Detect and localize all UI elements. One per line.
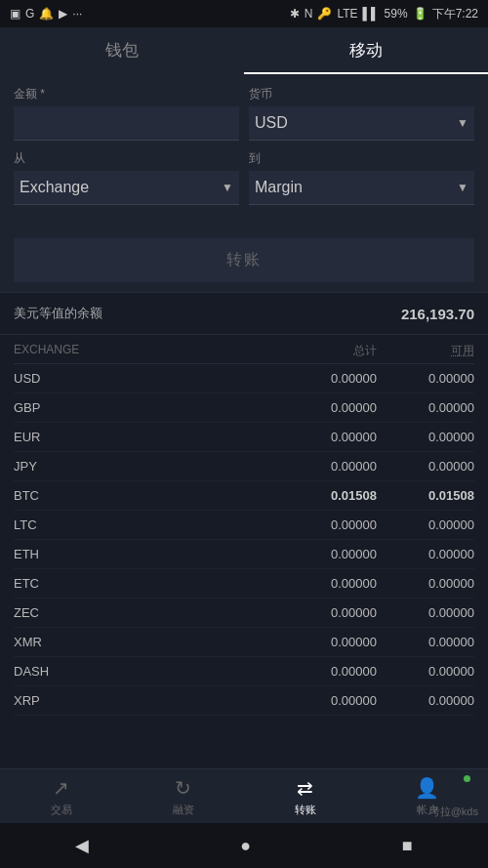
icon-menu: ▣: [10, 7, 20, 21]
transfer-button[interactable]: 转账: [14, 238, 474, 282]
coin-total: 0.00000: [269, 400, 377, 415]
back-button[interactable]: ◀: [75, 835, 89, 856]
status-bar: ▣ G 🔔 ▶ ··· ✱ N 🔑 LTE ▌▌ 59% 🔋 下午7:22: [0, 0, 488, 27]
icon-key: 🔑: [317, 7, 332, 21]
from-select[interactable]: Exchange ▼: [14, 171, 239, 205]
icon-lte: LTE: [337, 7, 357, 21]
clock: 下午7:22: [432, 6, 478, 22]
th-available: 可用: [377, 343, 474, 359]
table-row: LTC 0.00000 0.00000: [14, 511, 474, 540]
coin-name: ETC: [14, 576, 269, 591]
amount-label: 金额 *: [14, 86, 239, 103]
coin-available: 0.00000: [377, 635, 474, 649]
transfer-icon: ⇄: [297, 776, 313, 800]
table-row: BTC 0.01508 0.01508: [14, 481, 474, 511]
coin-name: USD: [14, 371, 269, 386]
th-total: 总计: [269, 343, 377, 359]
to-col: 到 Margin ▼: [249, 150, 474, 205]
amount-input[interactable]: [14, 106, 239, 141]
transfer-btn-row: 转账: [0, 228, 488, 292]
coin-total: 0.00000: [269, 517, 377, 532]
from-value: Exchange: [20, 179, 89, 196]
th-exchange: EXCHANGE: [14, 343, 269, 359]
table-row: DASH 0.00000 0.00000: [14, 657, 474, 686]
table-row: ZEC 0.00000 0.00000: [14, 599, 474, 628]
coin-name: XMR: [14, 635, 269, 649]
coin-available: 0.00000: [377, 605, 474, 620]
coin-available: 0.01508: [377, 488, 474, 503]
coin-available: 0.00000: [377, 693, 474, 708]
table-body: USD 0.00000 0.00000 GBP 0.00000 0.00000 …: [14, 364, 474, 716]
trade-icon: ↗: [53, 776, 69, 800]
coin-available: 0.00000: [377, 371, 474, 386]
account-icon: 👤: [415, 776, 439, 800]
coin-name: EUR: [14, 430, 269, 444]
coin-available: 0.00000: [377, 400, 474, 415]
home-button[interactable]: ●: [240, 836, 251, 856]
icon-play: ▶: [59, 7, 67, 21]
coin-total: 0.00000: [269, 547, 377, 561]
balance-label: 美元等值的余额: [14, 305, 102, 322]
coin-name: BTC: [14, 488, 269, 503]
currency-select[interactable]: USD ▼: [249, 106, 474, 141]
table-row: EUR 0.00000 0.00000: [14, 423, 474, 452]
coin-total: 0.00000: [269, 459, 377, 474]
table-row: ETC 0.00000 0.00000: [14, 569, 474, 599]
table-row: GBP 0.00000 0.00000: [14, 393, 474, 423]
android-nav-bar: ◀ ● ■: [0, 823, 488, 868]
balance-section: 美元等值的余额 216,193.70: [0, 292, 488, 335]
account-dot: [464, 775, 470, 782]
battery-percent: 59%: [385, 7, 408, 21]
coin-total: 0.00000: [269, 371, 377, 386]
form-row-2: 从 Exchange ▼ 到 Margin ▼: [14, 150, 474, 205]
table-row: JPY 0.00000 0.00000: [14, 452, 474, 481]
coin-total: 0.00000: [269, 664, 377, 679]
amount-col: 金额 *: [14, 86, 239, 141]
balance-value: 216,193.70: [401, 306, 474, 322]
coin-name: JPY: [14, 459, 269, 474]
coin-total: 0.00000: [269, 430, 377, 444]
icon-dots: ···: [72, 7, 82, 21]
coin-available: 0.00000: [377, 547, 474, 561]
coin-name: XRP: [14, 693, 269, 708]
coin-available: 0.00000: [377, 430, 474, 444]
funding-icon: ↻: [175, 776, 191, 800]
table-row: XMR 0.00000 0.00000: [14, 628, 474, 657]
icon-bluetooth: ✱: [290, 7, 300, 21]
funding-label: 融资: [173, 803, 194, 817]
coin-total: 0.01508: [269, 488, 377, 503]
transfer-label: 转账: [295, 803, 316, 817]
coin-total: 0.00000: [269, 576, 377, 591]
icon-signal: ▌▌: [363, 7, 380, 21]
table-header: EXCHANGE 总计 可用: [14, 335, 474, 364]
coin-available: 0.00000: [377, 576, 474, 591]
table-row: ETH 0.00000 0.00000: [14, 540, 474, 569]
watermark: 考拉@kds: [429, 805, 478, 819]
table-row: USD 0.00000 0.00000: [14, 364, 474, 393]
coin-name: GBP: [14, 400, 269, 415]
coin-name: LTC: [14, 517, 269, 532]
to-arrow-icon: ▼: [457, 181, 468, 194]
currency-col: 货币 USD ▼: [249, 86, 474, 141]
tab-bar: 钱包 移动: [0, 27, 488, 74]
status-right-icons: ✱ N 🔑 LTE ▌▌ 59% 🔋 下午7:22: [290, 6, 478, 22]
table-row: XRP 0.00000 0.00000: [14, 686, 474, 716]
tab-move[interactable]: 移动: [244, 27, 488, 74]
currency-label: 货币: [249, 86, 474, 103]
nav-item-trade[interactable]: ↗ 交易: [0, 769, 122, 823]
coin-total: 0.00000: [269, 693, 377, 708]
to-select[interactable]: Margin ▼: [249, 171, 474, 205]
bottom-nav: ↗ 交易 ↻ 融资 ⇄ 转账 👤 帐户: [0, 768, 488, 823]
nav-item-transfer[interactable]: ⇄ 转账: [244, 769, 366, 823]
to-label: 到: [249, 150, 474, 167]
tab-wallet[interactable]: 钱包: [0, 27, 244, 74]
coin-name: ETH: [14, 547, 269, 561]
icon-g: G: [25, 7, 34, 21]
from-label: 从: [14, 150, 239, 167]
to-value: Margin: [255, 179, 303, 196]
form-area: 金额 * 货币 USD ▼ 从 Exchange ▼ 到 Margin ▼: [0, 74, 488, 228]
status-left-icons: ▣ G 🔔 ▶ ···: [10, 7, 82, 21]
coin-available: 0.00000: [377, 459, 474, 474]
nav-item-funding[interactable]: ↻ 融资: [122, 769, 244, 823]
recents-button[interactable]: ■: [402, 836, 413, 856]
